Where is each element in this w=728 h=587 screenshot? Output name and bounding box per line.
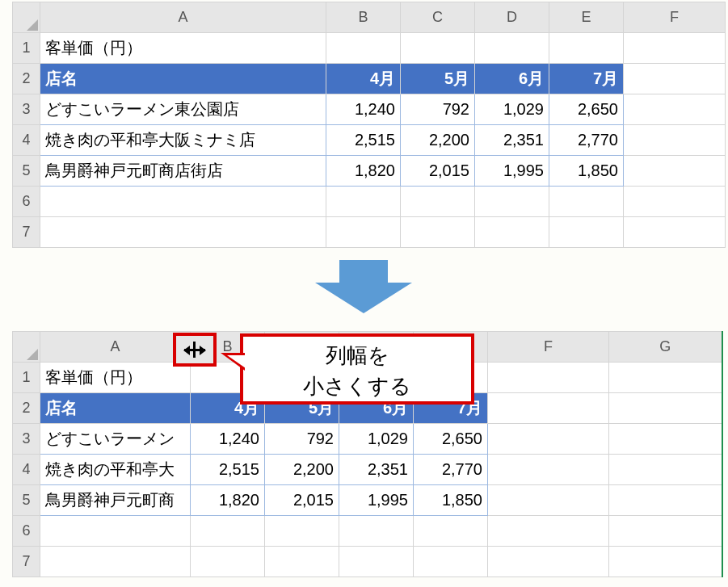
cell[interactable]: 2,015 [401,156,475,187]
col-header-C[interactable]: C [401,2,475,33]
cell[interactable]: 1,820 [326,156,401,187]
cell[interactable]: 鳥男爵神戸元町商 [40,485,191,516]
cell[interactable] [326,33,401,64]
table-row[interactable]: 1 客単価（円） [13,33,726,64]
cell[interactable] [40,217,326,248]
cell[interactable] [549,33,624,64]
select-all-corner[interactable] [13,332,40,363]
cell[interactable]: 焼き肉の平和亭大阪ミナミ店 [40,125,326,156]
cell[interactable]: 店名 [40,64,326,94]
cell[interactable] [624,156,726,187]
cell[interactable] [609,547,722,577]
select-all-corner[interactable] [13,2,40,33]
cell[interactable] [401,187,475,217]
cell[interactable] [549,187,624,217]
col-header-F[interactable]: F [488,332,609,363]
cell[interactable] [624,187,726,217]
cell[interactable] [488,547,609,577]
cell[interactable] [339,516,414,547]
cell[interactable]: 焼き肉の平和亭大 [40,455,191,485]
cell[interactable]: 2,770 [414,455,488,485]
row-header-7[interactable]: 7 [13,547,40,577]
cell[interactable]: 2,200 [401,125,475,156]
col-header-F[interactable]: F [624,2,726,33]
row-header-1[interactable]: 1 [13,363,40,393]
cell[interactable] [488,455,609,485]
cell[interactable]: 1,995 [475,156,549,187]
cell[interactable]: 店名 [40,393,191,424]
cell[interactable]: 2,015 [265,485,339,516]
cell[interactable]: 792 [401,94,475,125]
cell[interactable] [326,187,401,217]
col-header-G[interactable]: G [609,332,722,363]
cell[interactable] [609,485,722,516]
row-header-6[interactable]: 6 [13,516,40,547]
table-row[interactable]: 2 店名 4月 5月 6月 7月 [13,64,726,94]
cell[interactable]: 2,351 [339,455,414,485]
cell[interactable] [475,33,549,64]
table-row[interactable]: 7 [13,217,726,248]
table-row[interactable]: 6 [13,516,722,547]
cell[interactable] [624,94,726,125]
cell[interactable]: どすこいラーメン東公園店 [40,94,326,125]
cell[interactable] [624,125,726,156]
table-row[interactable]: 7 [13,547,722,577]
cell[interactable]: 2,770 [549,125,624,156]
row-header-3[interactable]: 3 [13,424,40,455]
row-header-6[interactable]: 6 [13,187,40,217]
cell[interactable]: 2,515 [326,125,401,156]
cell[interactable] [549,217,624,248]
cell[interactable]: 鳥男爵神戸元町商店街店 [40,156,326,187]
table-row[interactable]: 3 どすこいラーメン 1,240 792 1,029 2,650 [13,424,722,455]
cell[interactable] [40,547,191,577]
row-header-5[interactable]: 5 [13,485,40,516]
table-row[interactable]: 6 [13,187,726,217]
cell[interactable]: 5月 [401,64,475,94]
cell[interactable] [191,547,265,577]
cell[interactable] [488,485,609,516]
cell[interactable] [401,217,475,248]
cell[interactable] [609,363,722,393]
table-row[interactable]: 3 どすこいラーメン東公園店 1,240 792 1,029 2,650 [13,94,726,125]
cell[interactable] [475,217,549,248]
cell[interactable]: 1,995 [339,485,414,516]
cell[interactable]: 2,200 [265,455,339,485]
row-header-1[interactable]: 1 [13,33,40,64]
cell[interactable]: 4月 [326,64,401,94]
cell[interactable]: 792 [265,424,339,455]
cell[interactable] [40,187,326,217]
cell[interactable]: 1,850 [414,485,488,516]
cell[interactable]: 1,240 [326,94,401,125]
cell[interactable]: 1,029 [475,94,549,125]
cell[interactable] [488,516,609,547]
cell[interactable]: 1,850 [549,156,624,187]
row-header-2[interactable]: 2 [13,393,40,424]
table-row[interactable]: 5 鳥男爵神戸元町商 1,820 2,015 1,995 1,850 [13,485,722,516]
cell[interactable] [401,33,475,64]
cell[interactable] [488,363,609,393]
cell[interactable]: 客単価（円） [40,33,326,64]
cell[interactable] [609,455,722,485]
col-header-E[interactable]: E [549,2,624,33]
col-header-B[interactable]: B [326,2,401,33]
cell[interactable] [609,516,722,547]
col-header-A[interactable]: A [40,2,326,33]
cell[interactable]: 2,650 [414,424,488,455]
col-header-A[interactable]: A [40,332,191,363]
row-header-3[interactable]: 3 [13,94,40,125]
cell[interactable]: どすこいラーメン [40,424,191,455]
row-header-5[interactable]: 5 [13,156,40,187]
cell[interactable]: 2,515 [191,455,265,485]
cell[interactable] [265,516,339,547]
col-header-D[interactable]: D [475,2,549,33]
cell[interactable] [624,33,726,64]
spreadsheet-before[interactable]: A B C D E F 1 客単価（円） 2 店名 4月 5月 6月 7月 3 … [12,2,726,248]
cell[interactable] [609,393,722,424]
cell[interactable] [414,516,488,547]
row-header-4[interactable]: 4 [13,125,40,156]
cell[interactable]: 1,029 [339,424,414,455]
cell[interactable]: 1,820 [191,485,265,516]
cell[interactable] [191,516,265,547]
cell[interactable] [414,547,488,577]
cell[interactable] [265,547,339,577]
